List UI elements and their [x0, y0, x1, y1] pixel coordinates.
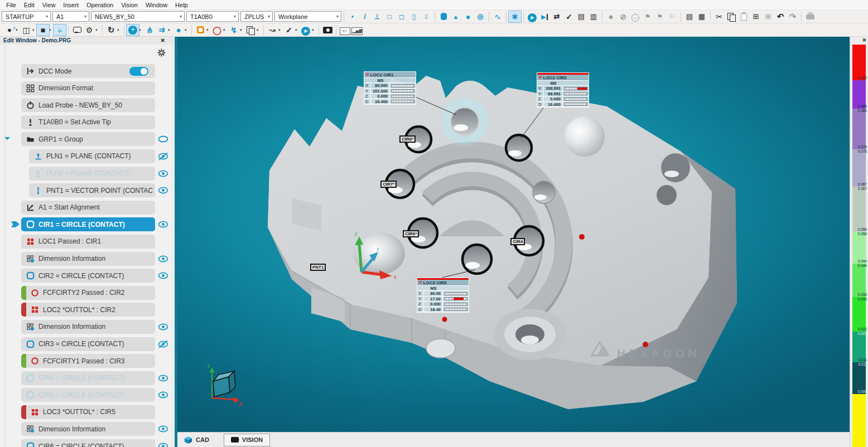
stop-icon[interactable]: ● [605, 11, 617, 22]
list-item-cir3[interactable]: CIR3 = CIRCLE (CONTACT) [0, 337, 173, 351]
eye-slash-icon[interactable] [158, 152, 168, 161]
axis-select[interactable]: A1▾ [52, 11, 89, 22]
chevron-down-icon[interactable]: ▾ [49, 28, 54, 32]
chevron-down-icon[interactable]: ▾ [312, 28, 316, 32]
chevron-down-icon[interactable]: ▾ [95, 28, 100, 32]
chevron-down-icon[interactable]: ▾ [139, 28, 143, 32]
list-item-dimension-information[interactable]: Dimension Information [0, 320, 173, 334]
list-item-dcc-mode[interactable]: DCC Mode [0, 64, 173, 78]
bookmark-insert-icon[interactable]: ⚑ [654, 11, 666, 22]
eye-icon[interactable] [158, 391, 168, 399]
probe-options-icon[interactable]: ⋔ [143, 25, 156, 36]
tab-cad[interactable]: CAD [177, 433, 216, 446]
list-item-dimension-information[interactable]: Dimension Information [0, 252, 173, 266]
execute-from-cursor-icon[interactable]: ▶ [538, 11, 551, 22]
cut-icon[interactable]: ✂ [713, 11, 725, 22]
list-item-loc2[interactable]: LOC2 *OUTTOL* : CIR2 [0, 303, 173, 317]
list-item-cir6[interactable]: CIR6 = CIRCLE (CONTACT) [0, 439, 173, 447]
pan-icon[interactable]: ↔↕ [54, 25, 66, 36]
settings-gears-icon[interactable]: ⚙ [83, 25, 95, 36]
grid-report-icon[interactable]: ▦ [696, 11, 708, 22]
pattern-paste-icon[interactable]: ⊞ [750, 11, 762, 22]
graph-window-icon[interactable]: ▂▅▇ [351, 25, 363, 36]
view-orientation-icon[interactable]: ●↗ [3, 25, 16, 36]
chevron-down-icon[interactable]: ▾ [295, 28, 300, 32]
done-check-icon[interactable]: ✓ [563, 11, 575, 22]
tab-vision[interactable]: VISION [224, 434, 270, 446]
paste-icon[interactable] [737, 11, 750, 22]
probe-select[interactable]: NEW5_BY_50▾ [91, 11, 185, 22]
line-icon[interactable]: / [359, 11, 371, 22]
cad-viewport[interactable]: x y z HEXAGON [177, 37, 850, 432]
list-item-fcfcirty2[interactable]: FCFCIRTY2 Passed : CIR2 [0, 286, 173, 300]
rotate-icon[interactable]: ↻ [105, 25, 117, 36]
workplane-select[interactable]: ZPLUS▾ [240, 11, 273, 22]
list-item-active-tip[interactable]: T1A0B0 = Set Active Tip [0, 115, 173, 129]
eye-icon[interactable] [158, 220, 168, 229]
undo-icon[interactable]: ↶ [774, 11, 787, 22]
sphere-icon[interactable]: ● [462, 11, 474, 22]
probe-mode-icon[interactable] [127, 25, 139, 36]
sphere-view-icon[interactable]: ● [172, 25, 185, 36]
menu-operation[interactable]: Operation [83, 2, 117, 8]
bookmark-clear-icon[interactable]: ⚐ [666, 11, 678, 22]
menu-vision[interactable]: Vision [117, 2, 142, 8]
eye-icon[interactable] [158, 169, 168, 178]
execute-icon[interactable]: ▶ [300, 25, 312, 36]
redo-icon[interactable]: ↷ [787, 11, 799, 22]
plane-icon[interactable]: ⊥ [371, 11, 383, 22]
list-item-dimension-format[interactable]: Dimension Format [0, 81, 173, 95]
chevron-down-icon[interactable]: ▾ [240, 28, 244, 32]
report-fail-icon[interactable]: ▥ [587, 11, 600, 22]
loop-icon[interactable]: ⇄ [551, 11, 563, 22]
camera-icon[interactable] [321, 25, 334, 36]
chevron-down-icon[interactable]: ▾ [117, 28, 122, 32]
dcc-mode-toggle[interactable] [129, 67, 148, 76]
alignment-select[interactable]: STARTUP▾ [2, 11, 51, 22]
chevron-down-icon[interactable]: ▾ [185, 28, 189, 32]
bookmark-icon[interactable]: ⚑ [642, 11, 654, 22]
eye-icon[interactable] [158, 374, 168, 382]
copy-icon[interactable] [725, 11, 737, 22]
chevron-down-icon[interactable]: ▾ [223, 28, 228, 32]
menu-help[interactable]: Help [171, 2, 192, 8]
list-item-fcfcirty1[interactable]: FCFCIRTY1 Passed : CIR3 [0, 354, 173, 368]
list-item-loc1[interactable]: LOC1 Passed : CIR1 [0, 235, 173, 249]
verify-check-icon[interactable]: ✓ [283, 25, 295, 36]
eye-icon[interactable] [158, 442, 168, 447]
list-item-pln2[interactable]: PLN2 = PLANE (CONTACT) [0, 167, 173, 181]
torus-icon[interactable]: ◎ [474, 11, 486, 22]
wireframe-view-icon[interactable]: ◫ [20, 25, 32, 36]
grid-icon[interactable]: ⊞ [762, 11, 774, 22]
path-optimize-icon[interactable]: ↝ [266, 25, 278, 36]
duplicate-icon[interactable] [244, 25, 257, 36]
fcf-circle-icon[interactable]: ◯ [211, 25, 223, 36]
goto-icon[interactable]: → [629, 11, 642, 22]
chevron-down-icon[interactable]: ▾ [32, 28, 37, 32]
chevron-down-icon[interactable]: ▾ [16, 28, 20, 32]
no-entry-icon[interactable]: ⊘ [617, 11, 629, 22]
list-item-cir2[interactable]: CIR2 = CIRCLE (CONTACT) [0, 269, 173, 283]
list-item-dimension-information[interactable]: Dimension Information [0, 422, 173, 436]
menu-window[interactable]: Window [142, 2, 171, 8]
list-item-cir5[interactable]: CIR5 = CIRCLE (CONTACT) [0, 388, 173, 402]
comment-icon[interactable] [71, 25, 83, 36]
feature-path-icon[interactable]: ⇉ [156, 25, 168, 36]
menu-view[interactable]: View [38, 2, 60, 8]
expand-caret-icon[interactable] [4, 137, 10, 143]
menu-file[interactable]: File [2, 2, 20, 8]
square-slot-icon[interactable]: ▯ [408, 11, 420, 22]
chevron-down-icon[interactable]: ▾ [168, 28, 172, 32]
eye-icon[interactable] [158, 271, 168, 280]
eye-icon[interactable] [158, 323, 168, 331]
eye-icon[interactable] [158, 255, 168, 263]
report-pass-icon[interactable]: ▤ [575, 11, 587, 22]
auto-feature-icon[interactable]: ∗ [509, 11, 521, 22]
menu-edit[interactable]: Edit [20, 2, 38, 8]
eye-slash-icon[interactable] [158, 340, 168, 348]
rectangle-icon[interactable]: ▯ [420, 11, 432, 22]
chevron-down-icon[interactable]: ▾ [206, 28, 211, 32]
tip-select[interactable]: T1A0B0▾ [186, 11, 239, 22]
probe-readout-icon[interactable]: ≡○ [339, 25, 351, 36]
list-item-load-probe[interactable]: Load Probe - NEW5_BY_50 [0, 98, 173, 112]
